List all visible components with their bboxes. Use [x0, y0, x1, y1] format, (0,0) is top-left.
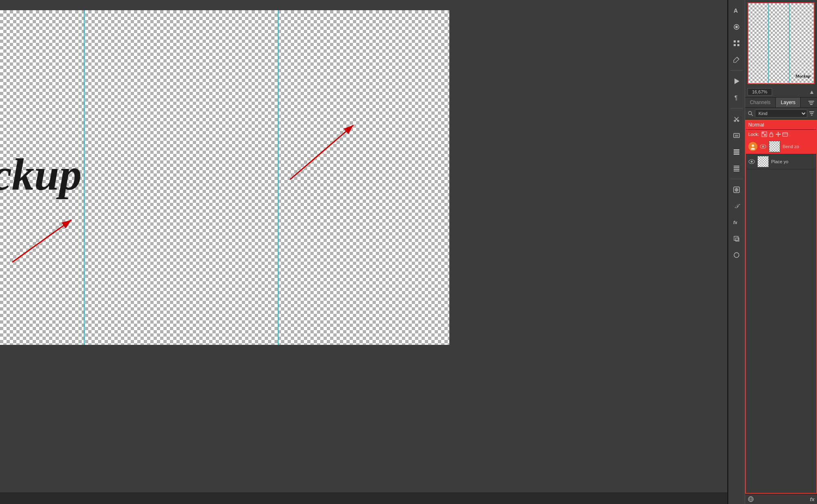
lock-row: Lock: [746, 130, 816, 139]
svg-rect-41 [762, 132, 764, 134]
blend-mode-label: Normal [748, 122, 764, 128]
layer-2-visibility[interactable] [748, 158, 755, 165]
layer-2-name: Place yo [771, 159, 814, 164]
svg-rect-10 [737, 44, 739, 46]
kind-dropdown[interactable]: Kind Name Effect Mode [755, 109, 807, 118]
frame-tool-button[interactable] [729, 128, 744, 143]
layer-item-bend-zone[interactable]: Bend zo [746, 139, 816, 154]
zoom-expand-button[interactable]: ▲ [809, 89, 815, 95]
svg-marker-45 [777, 132, 779, 133]
grid-view-button[interactable] [729, 36, 744, 51]
guide-line-1[interactable] [84, 10, 85, 345]
svg-rect-39 [810, 113, 813, 114]
paint-bucket-button[interactable] [729, 20, 744, 34]
circle-tool-button[interactable] [729, 248, 744, 262]
svg-marker-46 [777, 136, 779, 137]
svg-point-54 [762, 146, 764, 148]
lock-transparent-icon[interactable] [761, 131, 767, 137]
lock-move-icon[interactable] [775, 131, 781, 137]
thumb-guide-2 [789, 3, 790, 83]
app-container: ckup [0, 0, 817, 504]
toolbar-divider-3 [730, 179, 743, 179]
panel-bottom: fx [745, 494, 817, 504]
transform-button[interactable] [729, 231, 744, 246]
doc-thumb-inner: Mockup [748, 3, 814, 83]
svg-line-2 [12, 220, 71, 262]
svg-point-6 [735, 26, 738, 28]
zoom-input[interactable] [748, 88, 772, 95]
mockup-text: ckup [0, 149, 82, 201]
layers-filter-icon[interactable] [806, 98, 817, 107]
kind-row: Kind Name Effect Mode [745, 108, 817, 120]
pen-tool-button[interactable] [729, 52, 744, 67]
svg-rect-38 [809, 111, 814, 112]
layer-1-visibility[interactable] [760, 143, 766, 150]
svg-text:¶: ¶ [734, 94, 738, 101]
status-bar [0, 493, 727, 504]
layer-1-name: Bend zo [783, 144, 814, 149]
svg-rect-31 [736, 238, 739, 241]
play-button[interactable] [729, 74, 744, 89]
svg-point-56 [750, 161, 752, 163]
layers-section: Normal Lock: [745, 120, 817, 494]
type-tool-button[interactable]: A [729, 3, 744, 18]
svg-line-3 [290, 125, 353, 180]
tab-channels[interactable]: Channels [745, 98, 776, 107]
svg-point-52 [751, 148, 755, 150]
canvas-area: ckup [0, 0, 727, 504]
vertical-toolbar: A [728, 0, 745, 504]
scissors-button[interactable] [729, 112, 744, 127]
svg-rect-19 [735, 135, 738, 137]
type-italic-button[interactable]: 𝒯 [729, 199, 744, 213]
svg-rect-20 [734, 149, 739, 151]
svg-rect-9 [734, 44, 736, 46]
stack2-button[interactable] [729, 161, 744, 175]
fx-bottom-label[interactable]: fx [810, 496, 815, 502]
lock-label: Lock: [748, 132, 759, 137]
stack-tool-button[interactable] [729, 144, 744, 159]
svg-point-51 [752, 144, 754, 147]
thumb-guide-1 [768, 3, 769, 83]
search-icon [748, 111, 753, 116]
svg-marker-12 [734, 78, 739, 84]
svg-rect-26 [734, 171, 739, 171]
layer-2-thumb [757, 156, 769, 167]
zoom-area: ▲ [745, 87, 817, 98]
tab-layers[interactable]: Layers [776, 98, 801, 107]
svg-rect-44 [770, 134, 773, 137]
blend-mode-row[interactable]: Normal [746, 120, 816, 130]
svg-rect-35 [810, 104, 813, 105]
guide-line-2[interactable] [278, 10, 279, 345]
document-thumbnail[interactable]: Mockup [748, 2, 815, 84]
svg-text:A: A [734, 7, 738, 14]
properties-panel: Mockup ▲ Channels Layers [745, 0, 817, 504]
svg-rect-33 [808, 101, 814, 102]
svg-line-11 [737, 57, 739, 59]
paragraph-button[interactable]: ¶ [729, 90, 744, 105]
svg-rect-24 [734, 167, 739, 168]
panel-tabs: Channels Layers [745, 98, 817, 108]
layer-filter-icon[interactable] [809, 111, 815, 116]
link-icon[interactable] [748, 496, 754, 502]
layer-item-place[interactable]: Place yo [746, 154, 816, 169]
lock-image-icon[interactable] [768, 131, 774, 137]
svg-rect-49 [783, 133, 788, 136]
thumb-label: Mockup [795, 73, 810, 78]
svg-point-32 [734, 253, 739, 258]
svg-text:𝒯: 𝒯 [734, 203, 740, 209]
mask-tool-button[interactable] [729, 182, 744, 197]
svg-rect-23 [734, 166, 739, 167]
svg-point-36 [748, 111, 752, 115]
svg-rect-8 [737, 40, 739, 42]
canvas-content[interactable]: ckup [0, 10, 449, 345]
svg-line-37 [751, 114, 753, 116]
svg-marker-47 [776, 134, 777, 135]
svg-rect-40 [811, 115, 813, 115]
user-badge [748, 142, 757, 151]
svg-marker-48 [779, 134, 781, 135]
canvas-wrapper: ckup [0, 6, 727, 492]
effects-fx-button[interactable]: fx [729, 215, 744, 230]
svg-rect-7 [734, 40, 736, 42]
svg-rect-34 [809, 102, 813, 103]
lock-artboard-icon[interactable] [782, 131, 788, 137]
